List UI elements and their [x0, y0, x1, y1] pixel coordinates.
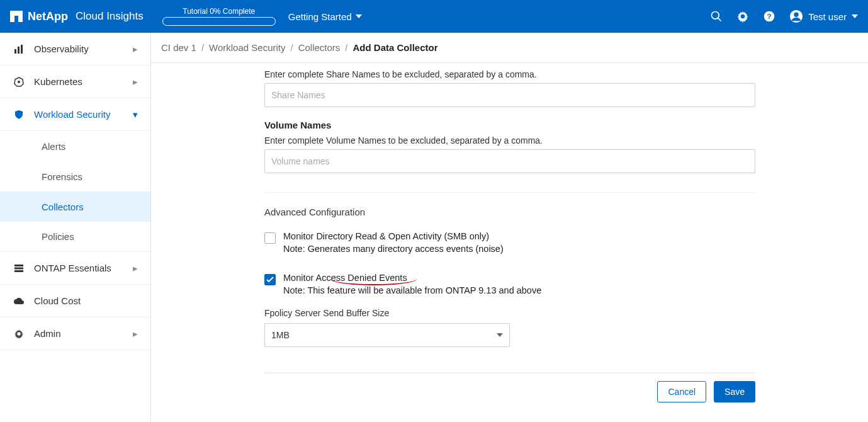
svg-point-7	[794, 13, 798, 17]
caret-down-icon	[497, 333, 503, 337]
sidebar-sub-forensics[interactable]: Forensics	[0, 161, 150, 191]
svg-line-1	[718, 18, 721, 21]
cloud-icon	[13, 297, 25, 305]
share-names-input[interactable]	[264, 83, 755, 107]
monitor-access-denied-note: Note: This feature will be available fro…	[283, 285, 541, 295]
sidebar-item-label: Policies	[42, 231, 74, 242]
netapp-logo-icon	[10, 11, 23, 22]
user-menu[interactable]: Test user	[789, 9, 858, 23]
cancel-button[interactable]: Cancel	[657, 381, 706, 402]
sidebar-item-label: Workload Security	[34, 109, 133, 120]
svg-point-17	[17, 332, 20, 335]
chevron-right-icon: ▸	[133, 328, 138, 339]
svg-point-0	[712, 12, 719, 20]
svg-rect-8	[14, 49, 16, 54]
fpolicy-buffer-label: Fpolicy Server Send Buffer Size	[264, 308, 755, 318]
breadcrumb: CI dev 1 / Workload Security / Collector…	[151, 33, 868, 63]
sidebar-item-kubernetes[interactable]: Kubernetes ▸	[0, 66, 150, 98]
volume-names-label: Volume Names	[264, 120, 755, 130]
tutorial-bar	[162, 17, 276, 26]
bar-chart-icon	[13, 44, 25, 54]
svg-text:?: ?	[767, 12, 772, 20]
sidebar-item-label: Alerts	[42, 141, 65, 152]
svg-rect-15	[14, 270, 23, 272]
monitor-directory-label: Monitor Directory Read & Open Activity (…	[283, 231, 504, 241]
breadcrumb-collectors[interactable]: Collectors	[298, 42, 341, 53]
shield-icon	[13, 110, 25, 120]
brand-text: NetApp	[28, 10, 68, 23]
chevron-right-icon: ▸	[133, 263, 138, 274]
save-button[interactable]: Save	[714, 381, 755, 402]
fpolicy-buffer-select[interactable]: 1MB	[264, 323, 510, 347]
logo[interactable]: NetApp Cloud Insights	[10, 10, 144, 23]
svg-rect-10	[21, 45, 23, 54]
share-names-help: Enter complete Share Names to be exclude…	[264, 69, 755, 79]
user-name: Test user	[808, 11, 847, 22]
form-body: Enter complete Share Names to be exclude…	[151, 63, 868, 422]
fpolicy-buffer-value: 1MB	[271, 330, 290, 340]
sidebar-sub-alerts[interactable]: Alerts	[0, 131, 150, 161]
sidebar-item-label: Observability	[34, 43, 133, 54]
sidebar-item-label: Admin	[34, 328, 133, 339]
help-icon[interactable]: ?	[763, 10, 775, 23]
svg-rect-9	[18, 47, 20, 54]
getting-started-label: Getting Started	[288, 11, 352, 22]
volume-names-help: Enter complete Volume Names to be exclud…	[264, 135, 755, 145]
caret-down-icon	[852, 14, 858, 18]
monitor-directory-checkbox[interactable]	[264, 232, 276, 244]
breadcrumb-current: Add Data Collector	[353, 42, 438, 53]
monitor-access-denied-checkbox[interactable]	[264, 274, 276, 285]
kubernetes-icon	[13, 77, 25, 87]
sidebar-item-label: Forensics	[42, 171, 82, 182]
sidebar-item-label: Kubernetes	[34, 76, 133, 87]
chevron-right-icon: ▸	[133, 43, 138, 55]
check-icon	[266, 277, 274, 283]
chevron-right-icon: ▸	[133, 76, 138, 88]
tutorial-label: Tutorial 0% Complete	[183, 7, 255, 16]
sidebar-item-label: ONTAP Essentials	[34, 263, 133, 273]
storage-icon	[13, 263, 25, 273]
monitor-access-denied-label: Monitor Access Denied Events	[283, 273, 407, 283]
svg-rect-13	[14, 265, 23, 266]
sidebar-item-label: Collectors	[42, 202, 84, 212]
sidebar-item-cloud-cost[interactable]: Cloud Cost	[0, 285, 150, 317]
user-icon	[789, 9, 803, 23]
gear-icon[interactable]	[736, 10, 749, 23]
sidebar-item-workload-security[interactable]: Workload Security ▾	[0, 98, 150, 131]
svg-point-12	[18, 81, 20, 83]
breadcrumb-separator: /	[345, 42, 347, 53]
breadcrumb-tenant[interactable]: CI dev 1	[161, 42, 196, 53]
sidebar-sub-policies[interactable]: Policies	[0, 222, 150, 252]
sidebar-item-label: Cloud Cost	[34, 295, 138, 306]
volume-names-input[interactable]	[264, 149, 755, 173]
sidebar-item-admin[interactable]: Admin ▸	[0, 317, 150, 350]
divider	[264, 192, 755, 193]
svg-rect-14	[14, 267, 23, 269]
product-text: Cloud Insights	[76, 10, 144, 23]
getting-started-dropdown[interactable]: Getting Started	[288, 11, 362, 22]
sidebar-sub-collectors[interactable]: Collectors	[0, 191, 150, 222]
tutorial-progress[interactable]: Tutorial 0% Complete	[162, 7, 276, 26]
advanced-configuration-header: Advanced Configuration	[264, 207, 755, 217]
sidebar-item-observability[interactable]: Observability ▸	[0, 33, 150, 66]
chevron-down-icon: ▾	[133, 109, 138, 120]
search-icon[interactable]	[710, 10, 723, 23]
sidebar: Observability ▸ Kubernetes ▸ Workload Se…	[0, 33, 151, 422]
sidebar-item-ontap[interactable]: ONTAP Essentials ▸	[0, 252, 150, 285]
top-bar: NetApp Cloud Insights Tutorial 0% Comple…	[0, 0, 868, 33]
caret-down-icon	[356, 14, 362, 18]
breadcrumb-separator: /	[201, 42, 204, 53]
breadcrumb-workload-security[interactable]: Workload Security	[209, 42, 285, 53]
breadcrumb-separator: /	[290, 42, 293, 53]
gear-icon	[13, 329, 25, 339]
form-footer: Cancel Save	[264, 373, 755, 409]
monitor-directory-note: Note: Generates many directory access ev…	[283, 244, 504, 254]
svg-point-3	[741, 14, 745, 19]
